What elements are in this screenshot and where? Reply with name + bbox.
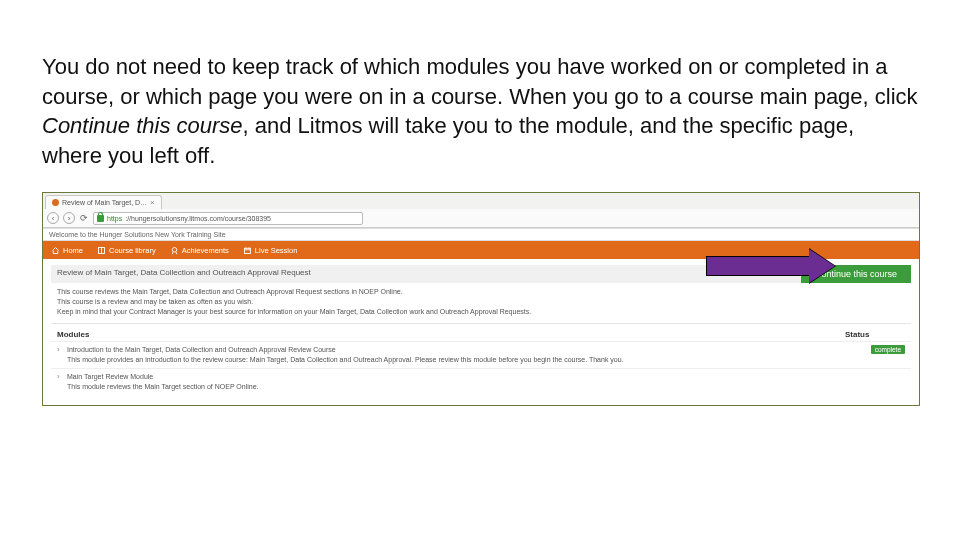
reload-icon[interactable]: ⟳ (79, 213, 89, 223)
nav-achievements[interactable]: Achievements (170, 246, 229, 255)
tab-favicon-icon (52, 199, 59, 206)
module-row[interactable]: › Introduction to the Main Target, Data … (51, 341, 911, 368)
address-bar[interactable]: https://hungersolutionsny.litmos.com/cou… (93, 212, 363, 225)
module-desc: This module provides an introduction to … (67, 355, 867, 365)
intro-text-1: You do not need to keep track of which m… (42, 54, 918, 109)
nav-live-label: Live Session (255, 246, 298, 255)
forward-button[interactable]: › (63, 212, 75, 224)
svg-point-1 (172, 247, 177, 252)
course-desc-3: Keep in mind that your Contract Manager … (57, 307, 905, 317)
modules-header-status: Status (845, 330, 905, 339)
modules-header-title: Modules (57, 330, 845, 339)
nav-library[interactable]: Course library (97, 246, 156, 255)
chevron-right-icon: › (57, 345, 67, 354)
url-text: ://hungersolutionsny.litmos.com/course/3… (125, 215, 271, 222)
nav-live[interactable]: Live Session (243, 246, 298, 255)
nav-achievements-label: Achievements (182, 246, 229, 255)
svg-rect-2 (244, 248, 250, 253)
nav-library-label: Course library (109, 246, 156, 255)
url-scheme: https (107, 215, 122, 222)
browser-toolbar: ‹ › ⟳ https://hungersolutionsny.litmos.c… (43, 209, 919, 227)
course-desc-2: This course is a review and may be taken… (57, 297, 905, 307)
lock-icon (97, 215, 104, 222)
instruction-paragraph: You do not need to keep track of which m… (0, 0, 960, 171)
browser-chrome: Review of Main Target, D… × ‹ › ⟳ https:… (43, 193, 919, 228)
callout-arrow (706, 249, 836, 283)
module-status: complete (871, 345, 905, 354)
module-text: Introduction to the Main Target, Data Co… (67, 345, 867, 365)
modules-header: Modules Status (51, 324, 911, 341)
module-title: Introduction to the Main Target, Data Co… (67, 345, 867, 355)
welcome-banner: Welcome to the Hunger Solutions New York… (43, 228, 919, 241)
badge-icon (170, 246, 179, 255)
status-badge-complete: complete (871, 345, 905, 354)
intro-italic: Continue this course (42, 113, 243, 138)
tab-title: Review of Main Target, D… (62, 199, 147, 206)
nav-home[interactable]: Home (51, 246, 83, 255)
module-row[interactable]: › Main Target Review Module This module … (51, 368, 911, 395)
course-desc-1: This course reviews the Main Target, Dat… (57, 287, 905, 297)
module-title: Main Target Review Module (67, 372, 905, 382)
browser-tab[interactable]: Review of Main Target, D… × (45, 195, 162, 209)
chevron-right-icon: › (57, 372, 67, 381)
browser-tab-row: Review of Main Target, D… × (43, 193, 919, 209)
book-icon (97, 246, 106, 255)
nav-home-label: Home (63, 246, 83, 255)
calendar-icon (243, 246, 252, 255)
screenshot-container: Review of Main Target, D… × ‹ › ⟳ https:… (42, 192, 920, 406)
tab-close-icon[interactable]: × (150, 199, 155, 207)
home-icon (51, 246, 60, 255)
course-description: This course reviews the Main Target, Dat… (51, 283, 911, 324)
arrow-head-icon (809, 249, 835, 283)
back-button[interactable]: ‹ (47, 212, 59, 224)
module-text: Main Target Review Module This module re… (67, 372, 905, 392)
module-desc: This module reviews the Main Target sect… (67, 382, 905, 392)
arrow-shaft (706, 256, 810, 276)
course-title: Review of Main Target, Data Collection a… (51, 265, 801, 283)
